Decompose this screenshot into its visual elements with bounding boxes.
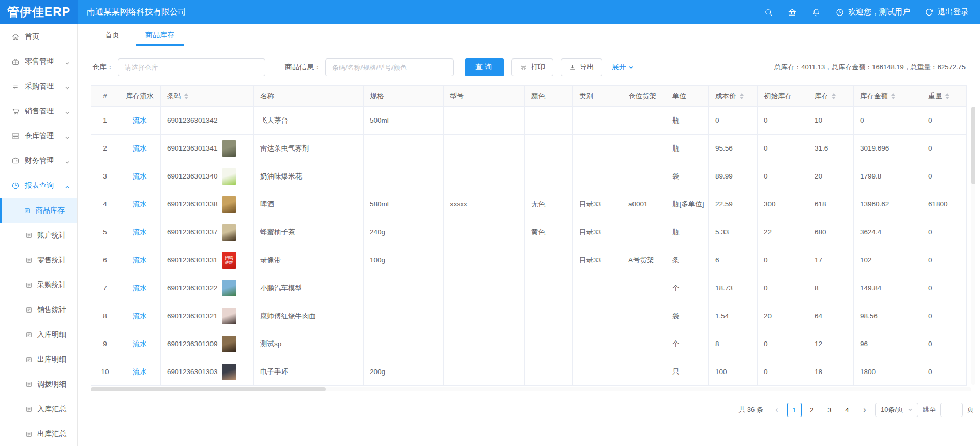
flow-link[interactable]: 流水 [133,340,147,348]
search-button[interactable]: 查询 [465,58,504,76]
cell-color [525,330,573,358]
column-header-weight[interactable]: 重量 [922,86,967,107]
tab-首页[interactable]: 首页 [96,24,129,46]
column-header-stock[interactable]: 库存 [808,86,854,107]
product-thumbnail[interactable] [222,308,236,324]
cell-shelf [622,135,666,162]
sidebar-subitem-入库汇总[interactable]: 入库汇总 [0,397,77,422]
cell-stock_amount: 102 [854,246,922,274]
sidebar-subitem-采购统计[interactable]: 采购统计 [0,273,77,298]
sidebar-subitem-销售统计[interactable]: 销售统计 [0,298,77,322]
sort-icon[interactable] [184,93,188,99]
column-header-barcode[interactable]: 条码 [161,86,254,107]
page-button-3[interactable]: 3 [822,403,837,417]
sidebar-item-零售管理[interactable]: 零售管理 [0,49,77,74]
bank-icon[interactable] [788,8,797,17]
flow-link[interactable]: 流水 [133,256,147,264]
sidebar-subitem-零售统计[interactable]: 零售统计 [0,248,77,273]
sidebar-item-财务管理[interactable]: 财务管理 [0,148,77,173]
flow-link[interactable]: 流水 [133,228,147,236]
cell-shelf: a0001 [622,190,666,218]
cell-cost: 89.99 [709,162,758,190]
sidebar-subitem-账户统计[interactable]: 账户统计 [0,223,77,248]
warehouse-select[interactable] [118,58,265,76]
cell-spec: 240g [364,218,444,246]
cell-name: 电子手环 [254,358,364,386]
page-size-select[interactable]: 10条/页 [875,403,918,417]
cell-cost: 8 [709,330,758,358]
bell-icon[interactable] [811,8,821,17]
vertical-scrollbar[interactable] [971,107,975,385]
flow-link[interactable]: 流水 [133,116,147,124]
sort-icon[interactable] [832,93,836,99]
cell-stock: 20 [808,162,854,190]
cell-cost: 6 [709,246,758,274]
cell-spec: 200g [364,358,444,386]
column-header-cost[interactable]: 成本价 [709,86,758,107]
logout-button[interactable]: 退出登录 [925,7,969,17]
product-thumbnail[interactable] [222,168,236,185]
doc-icon [25,257,33,264]
page-button-1[interactable]: 1 [787,403,802,417]
sidebar-subitem-商品库存[interactable]: 商品库存 [0,198,77,223]
sidebar-subitem-出库明细[interactable]: 出库明细 [0,347,77,372]
sort-icon[interactable] [945,93,949,99]
product-info-label: 商品信息： [285,63,321,72]
sidebar-item-采购管理[interactable]: 采购管理 [0,74,77,99]
chevron-down-icon [65,59,70,64]
print-button[interactable]: 打印 [511,58,553,76]
sidebar-subitem-出库汇总[interactable]: 出库汇总 [0,422,77,446]
sidebar-subitem-label: 出库明细 [37,355,66,364]
cell-cost: 22.59 [709,190,758,218]
expand-filters-link[interactable]: 展开 [612,63,634,72]
column-header-stock_amount[interactable]: 库存金额 [854,86,922,107]
flow-link[interactable]: 流水 [133,312,147,320]
sidebar-item-报表查询[interactable]: 报表查询 [0,173,77,198]
horizontal-scrollbar[interactable] [91,387,971,391]
product-thumbnail[interactable] [222,224,236,241]
product-info-input[interactable] [325,58,454,76]
tab-商品库存[interactable]: 商品库存 [136,24,184,46]
sort-icon[interactable] [891,93,895,99]
cell-stock: 18 [808,358,854,386]
search-icon[interactable] [764,8,773,17]
cell-cost: 100 [709,358,758,386]
product-thumbnail[interactable] [222,336,236,352]
inventory-table-zone: #库存流水条码名称规格型号颜色类别仓位货架单位成本价初始库存库存库存金额重量 1… [78,85,980,386]
home-icon [11,33,20,41]
cell-color [525,135,573,162]
barcode-value: 6901236301322 [167,284,218,292]
sidebar-subitem-label: 采购统计 [37,280,66,290]
flow-link[interactable]: 流水 [133,284,147,292]
product-thumbnail[interactable] [222,280,236,296]
column-header-index: # [91,86,119,107]
product-thumbnail[interactable] [222,196,236,213]
page-button-4[interactable]: 4 [840,403,854,417]
flow-link[interactable]: 流水 [133,368,147,376]
sidebar-item-label: 销售管理 [25,107,65,116]
product-thumbnail[interactable] [222,364,236,380]
sidebar-item-销售管理[interactable]: 销售管理 [0,99,77,124]
cell-shelf [622,218,666,246]
sidebar-item-仓库管理[interactable]: 仓库管理 [0,124,77,148]
cell-spec [364,330,444,358]
next-page-button[interactable]: › [858,403,871,417]
welcome-user[interactable]: 欢迎您，测试用户 [835,7,910,17]
prev-page-button[interactable]: ‹ [771,403,783,417]
sidebar-subitem-入库明细[interactable]: 入库明细 [0,322,77,347]
barcode-value: 6901236301338 [167,200,218,208]
cell-category [573,358,622,386]
flow-link[interactable]: 流水 [133,200,147,208]
sidebar-subitem-调拨明细[interactable]: 调拨明细 [0,372,77,397]
export-button[interactable]: 导出 [561,58,602,76]
page-button-2[interactable]: 2 [805,403,819,417]
sort-icon[interactable] [740,93,744,99]
flow-link[interactable]: 流水 [133,144,147,152]
cell-weight: 0 [922,358,967,386]
sidebar-item-首页[interactable]: 首页 [0,24,77,49]
product-thumbnail[interactable] [222,140,236,157]
doc-icon [25,281,33,289]
flow-link[interactable]: 流水 [133,172,147,180]
jump-to-page-input[interactable] [940,403,963,417]
product-thumbnail[interactable]: 扫码进群 [222,252,236,269]
